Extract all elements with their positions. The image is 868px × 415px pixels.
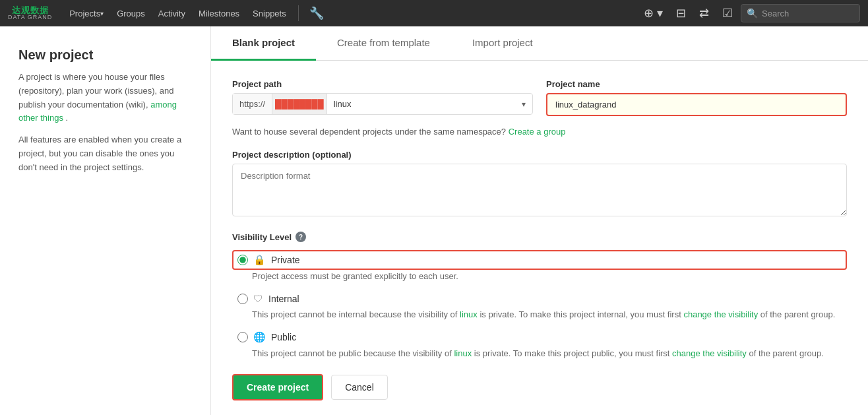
public-label: Public [271, 332, 296, 342]
globe-icon: 🌐 [253, 331, 266, 343]
tab-import-project[interactable]: Import project [451, 26, 554, 61]
content-area: Blank project Create from template Impor… [211, 26, 868, 415]
plus-icon[interactable]: ⊕ ▾ [638, 6, 668, 20]
nav-groups[interactable]: Groups [110, 0, 152, 26]
visibility-public-row[interactable]: 🌐 Public [232, 327, 847, 347]
visibility-label: Visibility Level ? [232, 232, 847, 242]
radio-internal[interactable] [237, 294, 248, 304]
nav-snippets[interactable]: Snippets [246, 0, 293, 26]
search-input[interactable] [762, 9, 854, 18]
btn-row: Create project Cancel [232, 374, 847, 400]
project-name-input[interactable] [546, 93, 847, 116]
radio-public[interactable] [237, 332, 248, 342]
columns-icon[interactable]: ⊟ [671, 6, 691, 20]
desc-textarea[interactable] [232, 164, 847, 216]
create-project-button[interactable]: Create project [232, 374, 323, 400]
shield-icon: 🛡 [253, 293, 263, 304]
project-path-group: Project path https:// ████████ linux ▾ [232, 79, 533, 115]
radio-private[interactable] [237, 255, 248, 265]
nav-projects[interactable]: Projects [63, 0, 110, 26]
search-icon: 🔍 [747, 8, 758, 18]
path-select[interactable]: linux [327, 94, 515, 114]
visibility-public: 🌐 Public This project cannot be public b… [232, 327, 847, 358]
private-desc: Project access must be granted explicitl… [252, 271, 847, 281]
public-desc: This project cannot be public because th… [252, 348, 847, 358]
help-icon[interactable]: ? [295, 232, 306, 242]
nav-separator [298, 5, 299, 21]
visibility-internal-row[interactable]: 🛡 Internal [232, 289, 847, 308]
visibility-private: 🔒 Private Project access must be granted… [232, 250, 847, 281]
page-title: New project [18, 48, 192, 63]
visibility-private-row[interactable]: 🔒 Private [232, 250, 847, 270]
form-area: Project path https:// ████████ linux ▾ P… [211, 61, 868, 415]
visibility-internal: 🛡 Internal This project cannot be intern… [232, 289, 847, 319]
project-name-group: Project name [546, 79, 847, 116]
public-change-visibility-link[interactable]: change the visibility [672, 348, 747, 358]
sidebar-para2: All features are enabled when you create… [18, 133, 192, 174]
brand-en: DATA GRAND [8, 15, 52, 20]
desc-group: Project description (optional) [232, 150, 847, 218]
nav-activity[interactable]: Activity [152, 0, 192, 26]
nav-milestones[interactable]: Milestones [192, 0, 246, 26]
name-label: Project name [546, 79, 847, 89]
wrench-icon[interactable]: 🔧 [304, 6, 329, 20]
sidebar: New project A project is where you house… [0, 26, 211, 415]
internal-label: Internal [268, 294, 299, 304]
brand-logo[interactable]: 达观数据 DATA GRAND [8, 6, 52, 20]
sidebar-para1: A project is where you house your files … [18, 71, 192, 125]
topnav-right: ⊕ ▾ ⊟ ⇄ ☑ 🔍 [638, 4, 860, 22]
merge-request-icon[interactable]: ⇄ [694, 6, 714, 20]
internal-linux-link[interactable]: linux [460, 309, 478, 319]
public-linux-link[interactable]: linux [454, 348, 472, 358]
create-group-link[interactable]: Create a group [509, 127, 566, 137]
tab-create-from-template[interactable]: Create from template [316, 26, 451, 61]
tabs: Blank project Create from template Impor… [211, 26, 868, 61]
tab-blank-project[interactable]: Blank project [211, 26, 316, 61]
internal-change-visibility-link[interactable]: change the visibility [683, 309, 758, 319]
topnav: 达观数据 DATA GRAND Projects Groups Activity… [0, 0, 868, 26]
lock-icon: 🔒 [253, 254, 266, 266]
path-name-row: Project path https:// ████████ linux ▾ P… [232, 79, 847, 116]
cancel-button[interactable]: Cancel [331, 375, 388, 400]
path-input-wrapper: https:// ████████ linux ▾ [232, 93, 533, 115]
main-layout: New project A project is where you house… [0, 26, 868, 415]
internal-desc: This project cannot be internal because … [252, 309, 847, 319]
chevron-down-icon: ▾ [515, 94, 532, 114]
issues-icon[interactable]: ☑ [717, 6, 738, 20]
search-box[interactable]: 🔍 [741, 4, 860, 22]
hint-text: Want to house several dependent projects… [232, 127, 847, 137]
path-label: Project path [232, 79, 533, 89]
private-label: Private [271, 255, 300, 265]
desc-label: Project description (optional) [232, 150, 847, 160]
path-prefix: https:// [233, 94, 272, 114]
